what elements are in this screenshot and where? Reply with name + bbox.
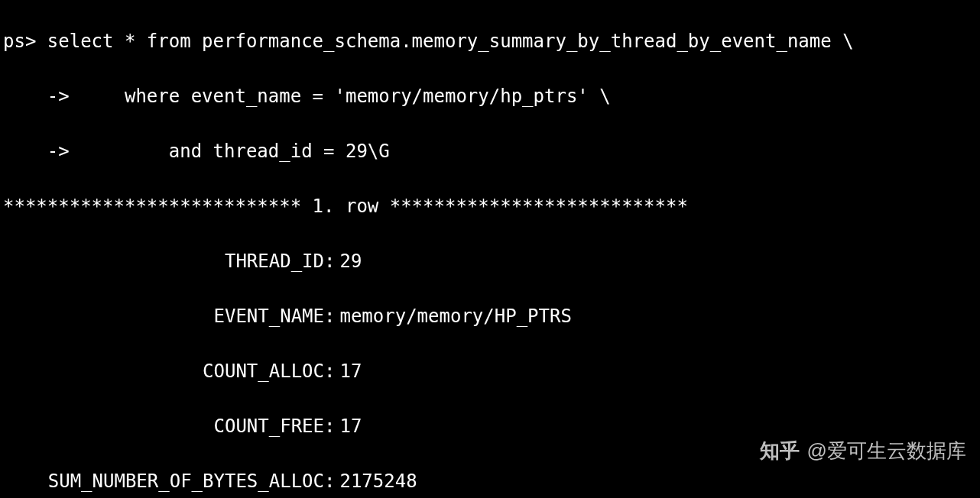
result-key: COUNT_ALLOC: [3, 357, 324, 385]
result-value: 17: [339, 412, 362, 440]
result-key: EVENT_NAME: [3, 302, 324, 330]
result-value: memory/memory/HP_PTRS: [339, 302, 571, 330]
watermark: 知乎 @爱可生云数据库: [760, 437, 966, 464]
result-value: 17: [339, 357, 362, 385]
result-row: THREAD_ID:29: [3, 247, 977, 275]
result-sep: :: [324, 467, 339, 495]
query-line-3: -> and thread_id = 29\G: [3, 137, 977, 165]
result-sep: :: [324, 357, 339, 385]
result-row: EVENT_NAME:memory/memory/HP_PTRS: [3, 302, 977, 330]
result-key: THREAD_ID: [3, 247, 324, 275]
result-value: 2175248: [339, 467, 417, 495]
row-separator: *************************** 1. row *****…: [3, 192, 977, 220]
result-row: COUNT_FREE:17: [3, 412, 977, 440]
result-sep: :: [324, 302, 339, 330]
result-key: COUNT_FREE: [3, 412, 324, 440]
query-line-1: ps> select * from performance_schema.mem…: [3, 27, 977, 55]
result-value: 29: [339, 247, 362, 275]
result-row: COUNT_ALLOC:17: [3, 357, 977, 385]
terminal-output[interactable]: ps> select * from performance_schema.mem…: [0, 0, 980, 498]
query-line-2: -> where event_name = 'memory/memory/hp_…: [3, 82, 977, 110]
result-key: SUM_NUMBER_OF_BYTES_ALLOC: [3, 467, 324, 495]
zhihu-logo-icon: 知乎: [760, 437, 800, 464]
watermark-text: @爱可生云数据库: [807, 437, 966, 464]
result-sep: :: [324, 247, 339, 275]
result-row: SUM_NUMBER_OF_BYTES_ALLOC:2175248: [3, 467, 977, 495]
result-sep: :: [324, 412, 339, 440]
